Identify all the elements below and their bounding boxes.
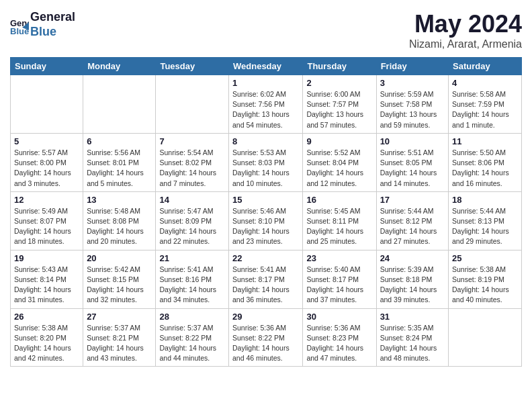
sunrise-text: Sunrise: 5:59 AM	[380, 90, 434, 98]
title-area: May 2024 Nizami, Ararat, Armenia	[409, 10, 522, 50]
day-info: Sunrise: 5:41 AMSunset: 8:17 PMDaylight:…	[232, 265, 299, 306]
sunrise-text: Sunrise: 5:36 AM	[232, 324, 286, 332]
daylight-text: Daylight: 14 hours	[306, 344, 363, 352]
day-number: 9	[306, 136, 372, 146]
sunset-text: Sunset: 8:22 PM	[159, 334, 212, 342]
week-row-1: 1Sunrise: 6:02 AMSunset: 7:56 PMDaylight…	[11, 75, 522, 134]
daylight-text: and 3 minutes.	[14, 179, 60, 187]
sunrise-text: Sunrise: 5:40 AM	[306, 265, 360, 273]
daylight-text: and 48 minutes.	[380, 354, 431, 362]
daylight-text: Daylight: 13 hours	[380, 110, 437, 118]
daylight-text: and 12 minutes.	[306, 179, 357, 187]
daylight-text: Daylight: 14 hours	[306, 169, 363, 177]
daylight-text: Daylight: 14 hours	[380, 227, 437, 235]
sunset-text: Sunset: 8:05 PM	[380, 158, 433, 167]
day-info: Sunrise: 5:50 AMSunset: 8:06 PMDaylight:…	[452, 148, 518, 189]
col-header-thursday: Thursday	[303, 58, 376, 75]
logo-icon: General Blue	[10, 15, 29, 34]
daylight-text: Daylight: 14 hours	[159, 227, 216, 235]
day-number: 11	[452, 136, 518, 146]
daylight-text: Daylight: 14 hours	[232, 227, 290, 235]
day-number: 18	[452, 195, 518, 205]
sunset-text: Sunset: 8:22 PM	[232, 334, 285, 342]
calendar-cell: 14Sunrise: 5:47 AMSunset: 8:09 PMDayligh…	[156, 191, 229, 250]
main-title: May 2024	[409, 10, 522, 38]
daylight-text: Daylight: 14 hours	[87, 285, 144, 293]
daylight-text: and 10 minutes.	[232, 179, 283, 187]
daylight-text: and 20 minutes.	[87, 237, 137, 245]
daylight-text: and 54 minutes.	[232, 121, 283, 129]
day-number: 17	[380, 195, 445, 205]
day-info: Sunrise: 5:49 AMSunset: 8:07 PMDaylight:…	[14, 206, 79, 247]
sunset-text: Sunset: 8:15 PM	[87, 275, 139, 283]
calendar-cell: 20Sunrise: 5:42 AMSunset: 8:15 PMDayligh…	[83, 250, 156, 308]
daylight-text: Daylight: 14 hours	[232, 285, 290, 293]
calendar-cell: 10Sunrise: 5:51 AMSunset: 8:05 PMDayligh…	[376, 133, 448, 191]
daylight-text: Daylight: 14 hours	[306, 285, 363, 293]
sunrise-text: Sunrise: 5:37 AM	[87, 324, 140, 332]
daylight-text: and 57 minutes.	[306, 121, 357, 129]
day-number: 26	[14, 312, 79, 322]
daylight-text: Daylight: 14 hours	[452, 285, 509, 293]
day-info: Sunrise: 5:39 AMSunset: 8:18 PMDaylight:…	[380, 265, 445, 306]
header: General Blue General Blue May 2024 Nizam…	[10, 10, 522, 50]
day-number: 28	[159, 312, 225, 322]
day-info: Sunrise: 5:58 AMSunset: 7:59 PMDaylight:…	[452, 89, 518, 130]
day-info: Sunrise: 5:48 AMSunset: 8:08 PMDaylight:…	[87, 206, 152, 247]
daylight-text: and 23 minutes.	[232, 237, 283, 245]
sunset-text: Sunset: 8:21 PM	[87, 334, 139, 342]
sunrise-text: Sunrise: 5:53 AM	[232, 148, 286, 156]
sunrise-text: Sunrise: 5:48 AM	[87, 207, 140, 215]
sunset-text: Sunset: 7:59 PM	[452, 100, 504, 108]
daylight-text: Daylight: 14 hours	[87, 169, 144, 177]
sunrise-text: Sunrise: 5:41 AM	[232, 265, 286, 273]
day-number: 4	[452, 78, 518, 88]
daylight-text: and 22 minutes.	[159, 237, 210, 245]
sunrise-text: Sunrise: 5:50 AM	[452, 148, 506, 156]
daylight-text: Daylight: 14 hours	[87, 227, 144, 235]
calendar-header-row: SundayMondayTuesdayWednesdayThursdayFrid…	[11, 58, 522, 75]
daylight-text: Daylight: 14 hours	[452, 110, 509, 118]
daylight-text: Daylight: 14 hours	[452, 227, 509, 235]
daylight-text: and 36 minutes.	[232, 295, 283, 304]
daylight-text: and 29 minutes.	[452, 237, 502, 245]
col-header-sunday: Sunday	[11, 58, 83, 75]
calendar-cell: 26Sunrise: 5:38 AMSunset: 8:20 PMDayligh…	[11, 308, 83, 367]
daylight-text: and 40 minutes.	[452, 295, 502, 304]
sunset-text: Sunset: 8:18 PM	[380, 275, 433, 283]
calendar-cell: 12Sunrise: 5:49 AMSunset: 8:07 PMDayligh…	[11, 191, 83, 250]
day-number: 25	[452, 253, 518, 263]
sunrise-text: Sunrise: 5:42 AM	[87, 265, 140, 273]
calendar-cell: 7Sunrise: 5:54 AMSunset: 8:02 PMDaylight…	[156, 133, 229, 191]
day-number: 24	[380, 253, 445, 263]
daylight-text: and 59 minutes.	[380, 121, 431, 129]
sunrise-text: Sunrise: 5:43 AM	[14, 265, 68, 273]
daylight-text: Daylight: 14 hours	[380, 285, 437, 293]
day-info: Sunrise: 5:36 AMSunset: 8:23 PMDaylight:…	[306, 323, 372, 364]
calendar-cell	[11, 75, 83, 134]
sunset-text: Sunset: 8:03 PM	[232, 158, 285, 167]
calendar-cell: 30Sunrise: 5:36 AMSunset: 8:23 PMDayligh…	[303, 308, 376, 367]
calendar-cell: 19Sunrise: 5:43 AMSunset: 8:14 PMDayligh…	[11, 250, 83, 308]
sunset-text: Sunset: 8:24 PM	[380, 334, 433, 342]
sunset-text: Sunset: 8:06 PM	[452, 158, 504, 167]
calendar-cell: 29Sunrise: 5:36 AMSunset: 8:22 PMDayligh…	[229, 308, 303, 367]
calendar-cell: 3Sunrise: 5:59 AMSunset: 7:58 PMDaylight…	[376, 75, 448, 134]
day-number: 29	[232, 312, 299, 322]
day-info: Sunrise: 5:44 AMSunset: 8:13 PMDaylight:…	[452, 206, 518, 247]
sunrise-text: Sunrise: 5:47 AM	[159, 207, 213, 215]
daylight-text: Daylight: 14 hours	[159, 344, 216, 352]
daylight-text: Daylight: 14 hours	[380, 344, 437, 352]
day-number: 16	[306, 195, 372, 205]
day-number: 10	[380, 136, 445, 146]
day-info: Sunrise: 5:47 AMSunset: 8:09 PMDaylight:…	[159, 206, 225, 247]
week-row-5: 26Sunrise: 5:38 AMSunset: 8:20 PMDayligh…	[11, 308, 522, 367]
calendar-cell: 16Sunrise: 5:45 AMSunset: 8:11 PMDayligh…	[303, 191, 376, 250]
daylight-text: Daylight: 14 hours	[14, 285, 71, 293]
sunset-text: Sunset: 7:58 PM	[380, 100, 433, 108]
day-info: Sunrise: 5:41 AMSunset: 8:16 PMDaylight:…	[159, 265, 225, 306]
calendar-cell: 18Sunrise: 5:44 AMSunset: 8:13 PMDayligh…	[449, 191, 522, 250]
week-row-2: 5Sunrise: 5:57 AMSunset: 8:00 PMDaylight…	[11, 133, 522, 191]
week-row-3: 12Sunrise: 5:49 AMSunset: 8:07 PMDayligh…	[11, 191, 522, 250]
calendar-cell: 5Sunrise: 5:57 AMSunset: 8:00 PMDaylight…	[11, 133, 83, 191]
